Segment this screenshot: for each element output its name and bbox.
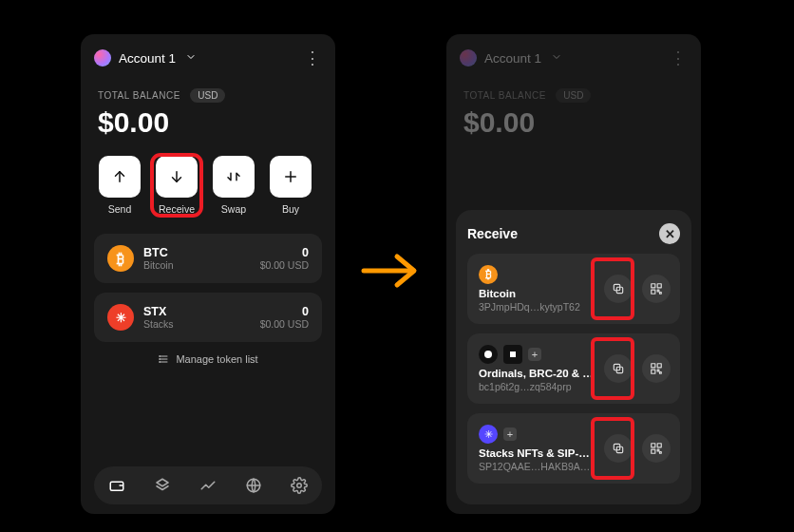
header-bar: Account 1 ⋮ — [446, 34, 701, 72]
receive-asset-stacks: ✳ + Stacks NFTs & SIP-10 tokens SP12QAAE… — [467, 413, 680, 484]
stx-icon: ✳ — [107, 304, 134, 331]
currency-pill[interactable]: USD — [556, 88, 591, 103]
token-list: ₿ BTC Bitcoin 0 $0.00 USD ✳ STX Stacks 0… — [81, 222, 335, 376]
svg-rect-26 — [657, 370, 659, 371]
actions-row: Send Receive Swap Buy — [81, 139, 335, 222]
buy-button[interactable] — [270, 156, 312, 198]
account-name: Account 1 — [484, 51, 541, 66]
receive-label: Receive — [159, 203, 195, 215]
nav-explore-icon[interactable] — [245, 477, 262, 494]
svg-point-9 — [160, 362, 161, 363]
swap-label: Swap — [221, 203, 246, 215]
account-switcher[interactable]: Account 1 — [119, 51, 197, 66]
account-avatar[interactable] — [94, 49, 111, 66]
asset-address: SP12QAAE…HAKB9AQM — [479, 461, 595, 472]
btc-icon: ₿ — [107, 245, 134, 272]
asset-address: 3PJmpHDq…kytypT62 — [479, 301, 595, 313]
receive-asset-bitcoin: ₿ Bitcoin 3PJmpHDq…kytypT62 — [467, 254, 680, 324]
svg-rect-34 — [660, 452, 662, 454]
svg-rect-24 — [657, 364, 661, 368]
token-row-stx[interactable]: ✳ STX Stacks 0 $0.00 USD — [94, 293, 322, 342]
buy-label: Buy — [282, 203, 299, 215]
receive-sheet: Receive ✕ ₿ Bitcoin 3PJmpHDq…kytypT62 — [456, 210, 691, 504]
total-balance-label: TOTAL BALANCE — [98, 90, 180, 101]
wallet-home-panel: Account 1 ⋮ TOTAL BALANCE USD $0.00 Send… — [81, 34, 335, 514]
svg-rect-33 — [657, 449, 659, 451]
receive-button[interactable] — [156, 156, 198, 198]
send-label: Send — [108, 203, 132, 215]
asset-name: Bitcoin — [479, 288, 595, 299]
svg-rect-23 — [652, 364, 655, 368]
balance-amount: $0.00 — [463, 106, 684, 139]
header-bar: Account 1 ⋮ — [81, 34, 335, 72]
svg-rect-17 — [657, 284, 661, 288]
token-symbol: STX — [143, 305, 260, 318]
copy-address-button[interactable] — [604, 275, 633, 303]
qr-code-button[interactable] — [642, 354, 671, 383]
options-menu-icon[interactable]: ⋮ — [670, 48, 688, 68]
bottom-nav — [94, 466, 322, 504]
receive-asset-ordinals: + Ordinals, BRC-20 & Runes bc1p6t2g…zq58… — [467, 333, 680, 404]
plus-icon: + — [503, 428, 517, 441]
token-fiat: $0.00 USD — [260, 318, 309, 330]
svg-point-8 — [160, 359, 161, 360]
chevron-down-icon — [185, 51, 197, 63]
token-symbol: BTC — [143, 246, 260, 259]
close-icon: ✕ — [665, 227, 675, 241]
token-fiat: $0.00 USD — [260, 259, 309, 271]
account-avatar[interactable] — [460, 49, 477, 66]
qr-code-button[interactable] — [642, 434, 671, 463]
svg-point-7 — [160, 356, 161, 357]
token-name: Stacks — [143, 318, 260, 330]
account-name: Account 1 — [119, 51, 176, 66]
svg-rect-31 — [657, 444, 661, 447]
token-row-btc[interactable]: ₿ BTC Bitcoin 0 $0.00 USD — [94, 234, 322, 283]
svg-rect-32 — [652, 449, 655, 453]
asset-name: Stacks NFTs & SIP-10 tokens — [479, 447, 595, 459]
brc20-icon — [503, 345, 522, 364]
svg-rect-27 — [660, 372, 662, 374]
token-amount: 0 — [260, 305, 309, 318]
chevron-down-icon — [551, 51, 562, 63]
total-balance-label: TOTAL BALANCE — [463, 90, 546, 101]
nav-settings-icon[interactable] — [291, 477, 308, 494]
svg-rect-30 — [652, 444, 655, 447]
total-balance-section: TOTAL BALANCE USD $0.00 — [81, 72, 335, 139]
copy-address-button[interactable] — [604, 354, 633, 383]
token-name: Bitcoin — [143, 259, 260, 271]
plus-icon: + — [528, 348, 541, 361]
flow-arrow-icon — [359, 247, 425, 294]
currency-pill[interactable]: USD — [190, 88, 225, 103]
account-switcher[interactable]: Account 1 — [484, 51, 562, 66]
swap-button[interactable] — [213, 156, 255, 198]
options-menu-icon[interactable]: ⋮ — [304, 48, 322, 68]
svg-rect-18 — [652, 290, 655, 294]
nav-activity-icon[interactable] — [199, 477, 217, 494]
copy-address-button[interactable] — [604, 434, 633, 463]
receive-button-highlight: Receive — [153, 156, 200, 215]
asset-address: bc1p6t2g…zq584prp — [479, 381, 595, 392]
token-amount: 0 — [260, 246, 309, 259]
balance-amount: $0.00 — [98, 106, 318, 139]
svg-point-12 — [297, 484, 302, 488]
btc-icon: ₿ — [479, 265, 498, 284]
svg-rect-16 — [652, 284, 655, 288]
manage-token-list-label: Manage token list — [176, 353, 257, 365]
total-balance-section: TOTAL BALANCE USD $0.00 — [446, 72, 701, 139]
manage-token-list-link[interactable]: Manage token list — [94, 353, 322, 365]
nav-wallet-icon[interactable] — [108, 477, 125, 494]
qr-code-button[interactable] — [642, 275, 671, 303]
wallet-receive-panel: Account 1 ⋮ TOTAL BALANCE USD $0.00 Rece… — [446, 34, 701, 514]
stacks-icon: ✳ — [479, 425, 498, 444]
svg-rect-25 — [652, 370, 655, 373]
close-button[interactable]: ✕ — [659, 223, 680, 244]
ordinals-icon — [479, 345, 498, 364]
send-button[interactable] — [99, 156, 141, 198]
svg-rect-20 — [660, 293, 662, 294]
receive-title: Receive — [467, 226, 518, 241]
asset-name: Ordinals, BRC-20 & Runes — [479, 368, 595, 379]
nav-collectibles-icon[interactable] — [154, 477, 171, 494]
svg-rect-19 — [657, 290, 659, 292]
